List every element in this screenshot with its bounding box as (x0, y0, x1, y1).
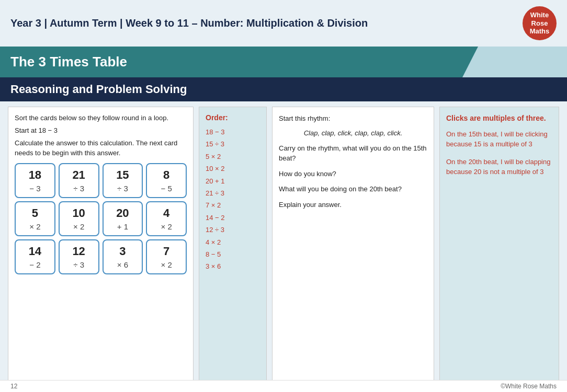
header: Year 3 | Autumn Term | Week 9 to 11 – Nu… (0, 0, 567, 47)
card: 5× 2 (15, 201, 55, 236)
answer-title: Clicks are multiples of three. (446, 113, 552, 124)
answer-panel: Clicks are multiples of three. On the 15… (439, 107, 559, 392)
card: 7× 2 (146, 239, 187, 274)
rhythm-q1: Carry on the rhythm, what will you do on… (279, 143, 427, 164)
left-intro2: Start at 18 − 3 (15, 126, 187, 135)
section-title: Reasoning and Problem Solving (10, 83, 557, 96)
order-title: Order: (206, 113, 260, 122)
card: 14− 2 (15, 239, 55, 274)
left-intro3: Calculate the answer to this calculation… (15, 139, 187, 157)
page-title: The 3 Times Table (10, 54, 557, 70)
card: 8− 5 (146, 163, 187, 198)
order-panel: Order: 18 − 315 ÷ 35 × 210 × 220 + 121 ÷… (199, 107, 267, 392)
card: 12÷ 3 (59, 239, 99, 274)
card: 18− 3 (15, 163, 55, 198)
section-header: Reasoning and Problem Solving (0, 77, 567, 101)
answer-text2: On the 20th beat, I will be clapping bec… (446, 157, 552, 177)
order-items: 18 − 315 ÷ 35 × 210 × 220 + 121 ÷ 37 × 2… (206, 126, 260, 273)
page-number: 12 (10, 383, 17, 390)
order-item: 14 − 2 (206, 212, 260, 224)
cards-grid: 18− 321÷ 315÷ 38− 55× 210× 220+ 14× 214−… (15, 163, 187, 274)
left-intro1: Sort the cards below so they follow roun… (15, 113, 187, 123)
order-item: 4 × 2 (206, 236, 260, 248)
order-item: 10 × 2 (206, 163, 260, 175)
left-panel: Sort the cards below so they follow roun… (8, 107, 194, 392)
rhythm-q3: What will you be doing on the 20th beat? (279, 184, 427, 194)
card: 10× 2 (59, 201, 99, 236)
order-item: 18 − 3 (206, 126, 260, 138)
order-item: 15 ÷ 3 (206, 138, 260, 150)
order-item: 21 ÷ 3 (206, 187, 260, 199)
order-item: 5 × 2 (206, 151, 260, 163)
card: 3× 6 (103, 239, 143, 274)
answer-text1: On the 15th beat, I will be clicking bec… (446, 129, 552, 149)
logo: White Rose Maths (523, 6, 557, 40)
card: 15÷ 3 (103, 163, 143, 198)
order-item: 7 × 2 (206, 199, 260, 211)
card: 20+ 1 (103, 201, 143, 236)
card: 4× 2 (146, 201, 187, 236)
card: 21÷ 3 (59, 163, 99, 198)
title-banner: The 3 Times Table (0, 47, 567, 77)
rhythm-q2: How do you know? (279, 169, 427, 179)
main-content: Sort the cards below so they follow roun… (0, 101, 567, 392)
order-item: 20 + 1 (206, 175, 260, 187)
copyright: ©White Rose Maths (501, 383, 557, 390)
order-item: 3 × 6 (206, 260, 260, 272)
header-title: Year 3 | Autumn Term | Week 9 to 11 – Nu… (10, 17, 368, 29)
order-item: 12 ÷ 3 (206, 224, 260, 236)
rhythm-text: Clap, clap, click, clap, clap, click. (279, 129, 427, 137)
rhythm-panel: Start this rhythm: Clap, clap, click, cl… (272, 107, 434, 392)
rhythm-intro: Start this rhythm: (279, 113, 427, 124)
order-item: 8 − 5 (206, 248, 260, 260)
footer: 12 ©White Rose Maths (0, 380, 567, 392)
rhythm-q4: Explain your answer. (279, 200, 427, 210)
